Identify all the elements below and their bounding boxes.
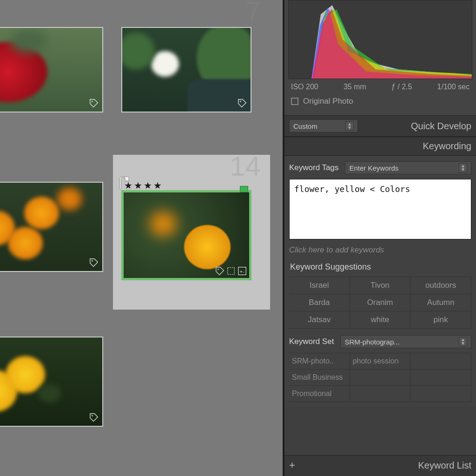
keyword-list-title: Keyword List (418, 460, 472, 471)
histogram[interactable] (288, 0, 472, 79)
keyword-set-grid: SRM-photo.. photo session Small Business… (289, 353, 471, 402)
quick-develop-title: Quick Develop (411, 121, 471, 132)
keyword-set-item[interactable]: photo session (350, 353, 411, 370)
color-label-green[interactable] (240, 186, 248, 192)
plus-icon[interactable]: + (289, 459, 295, 471)
keywording-header[interactable]: Keywording (284, 137, 476, 156)
thumbnail-grid[interactable]: 7 14 (0, 0, 283, 476)
crop-badge-icon (226, 266, 236, 276)
chevron-updown-icon: ▲▼ (345, 121, 354, 131)
keyword-set-item[interactable] (410, 386, 471, 402)
rating-stars[interactable]: ★★★★ (124, 180, 163, 191)
keyword-set-item[interactable] (410, 353, 471, 370)
thumbnail-white-flower[interactable] (121, 27, 251, 112)
keyword-set-item[interactable]: SRM-photo.. (289, 353, 350, 370)
preset-select[interactable]: Custom ▲▼ (289, 119, 358, 132)
keyword-suggestion[interactable]: Barda (289, 294, 350, 311)
quick-develop-header[interactable]: Custom ▲▼ Quick Develop (284, 115, 476, 137)
keyword-suggestions-label: Keyword Suggestions (289, 258, 471, 277)
keyword-suggestion[interactable]: white (350, 311, 411, 329)
metadata-badge-icon (87, 411, 100, 424)
exif-readout: ISO 200 35 mm ƒ / 2.5 1/100 sec (288, 79, 472, 95)
original-photo-checkbox[interactable] (291, 98, 298, 105)
metadata-badge-icon (215, 266, 225, 276)
develop-badge-icon: +- (237, 266, 247, 276)
chevron-updown-icon: ▲▼ (459, 337, 467, 346)
keyword-suggestion[interactable]: pink (410, 311, 471, 329)
metadata-badge-icon (87, 256, 100, 269)
svg-point-1 (240, 101, 241, 102)
keyword-suggestion[interactable]: outdoors (410, 277, 471, 294)
thumbnail-yellow-flowers[interactable] (0, 337, 103, 427)
thumbnail-yellow-flower-selected[interactable]: +- (121, 190, 251, 280)
svg-text:+-: +- (240, 269, 245, 274)
keyword-suggestion[interactable]: Tivon (350, 277, 411, 294)
histogram-panel: ISO 200 35 mm ƒ / 2.5 1/100 sec Original… (284, 0, 476, 115)
keyword-suggestions-grid: Israel Tivon outdoors Barda Oranim Autum… (289, 277, 471, 329)
svg-point-7 (92, 415, 93, 416)
add-keywords-hint[interactable]: Click here to add keywords (289, 245, 471, 255)
original-photo-label: Original Photo (303, 97, 353, 106)
cell-index: 7 (245, 0, 261, 27)
right-panel: ISO 200 35 mm ƒ / 2.5 1/100 sec Original… (283, 0, 476, 476)
keyword-suggestion[interactable]: Israel (289, 277, 350, 294)
keyword-set-item[interactable] (410, 370, 471, 386)
chevron-updown-icon: ▲▼ (459, 163, 467, 172)
thumbnail-marigolds[interactable] (0, 182, 103, 272)
keyword-set-item[interactable]: Small Business (289, 370, 350, 386)
keyword-set-item[interactable] (350, 370, 411, 386)
metadata-badge-icon (87, 97, 100, 110)
keywording-body: Keyword Tags Enter Keywords ▲▼ Click her… (284, 156, 476, 407)
exif-iso: ISO 200 (291, 83, 318, 91)
keywording-title: Keywording (423, 141, 471, 152)
keyword-mode-select[interactable]: Enter Keywords ▲▼ (345, 161, 471, 174)
svg-point-2 (92, 260, 93, 262)
metadata-badge-icon (236, 97, 249, 110)
exif-shutter: 1/100 sec (437, 83, 469, 91)
keyword-tags-label: Keyword Tags (289, 163, 338, 172)
keyword-suggestion[interactable]: Autumn (410, 294, 471, 311)
keyword-suggestion[interactable]: Jatsav (289, 311, 350, 329)
exif-aperture: ƒ / 2.5 (391, 83, 412, 91)
keyword-set-label: Keyword Set (289, 337, 334, 346)
keyword-set-item[interactable]: Promotional (289, 386, 350, 402)
keyword-set-item[interactable] (350, 386, 411, 402)
svg-point-3 (218, 269, 219, 270)
cell-index: 14 (230, 150, 261, 182)
keyword-set-select[interactable]: SRM-photograp... ▲▼ (340, 335, 471, 348)
svg-rect-4 (228, 268, 235, 275)
thumbnail-red-flower[interactable] (0, 27, 103, 112)
keywords-input[interactable] (289, 179, 471, 239)
keyword-suggestion[interactable]: Oranim (350, 294, 411, 311)
exif-focal: 35 mm (344, 83, 366, 91)
svg-point-0 (92, 101, 93, 102)
keyword-list-header[interactable]: + Keyword List (284, 455, 476, 476)
